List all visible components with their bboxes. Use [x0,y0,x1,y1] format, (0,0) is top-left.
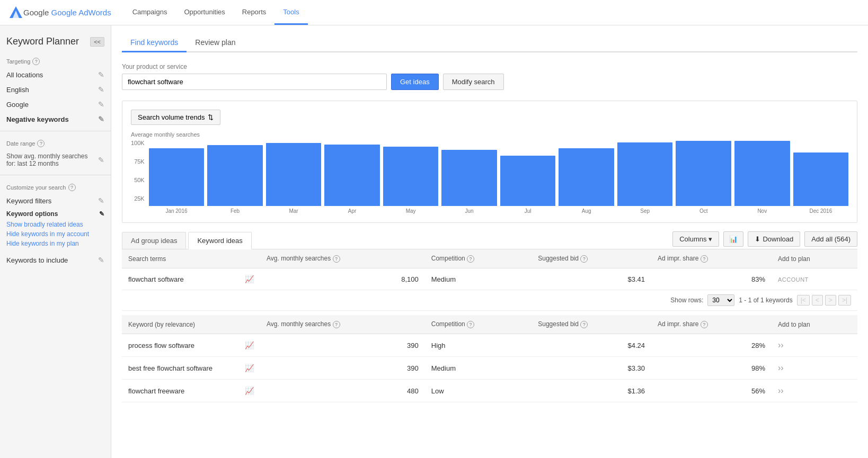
language-selector[interactable]: English ✎ [0,82,111,97]
competition-help-icon[interactable]: ? [467,255,474,263]
nav-tools[interactable]: Tools [274,0,307,25]
keyword-options-edit-icon[interactable]: ✎ [99,210,104,218]
search-term-keyword: flowchart software [122,268,238,290]
tab-review-plan[interactable]: Review plan [187,34,244,52]
dropdown-arrow-icon: ⇅ [208,113,214,121]
col-search-terms: Search terms [122,249,238,268]
get-ideas-button[interactable]: Get ideas [391,74,439,90]
col-keyword-ad-impr-share: Ad impr. share ? [651,315,772,334]
date-range-edit-icon[interactable]: ✎ [98,156,104,164]
keyword-name-1: best free flowchart software [122,357,238,380]
date-range-selector[interactable]: Show avg. monthly searches for: last 12 … [0,149,111,170]
pagination-last-button[interactable]: >| [838,295,851,306]
pagination-range: 1 - 1 of 1 keywords [739,297,792,304]
keyword-row-0: process flow software 📈 390 High $4.24 2… [122,334,857,357]
keyword-name-0: process flow software [122,334,238,357]
trend-chart-icon[interactable]: 📈 [245,275,254,283]
keyword-filters-item[interactable]: Keyword filters ✎ [0,193,111,208]
table-row: flowchart software 📈 8,100 Medium $3.41 … [122,268,857,290]
location-edit-icon[interactable]: ✎ [98,70,104,79]
keyword-ad-impr-share-help-icon[interactable]: ? [701,321,708,328]
network-edit-icon[interactable]: ✎ [98,100,104,109]
hide-keywords-plan-option[interactable]: Hide keywords in my plan [6,239,104,248]
pagination-first-button[interactable]: |< [797,295,810,306]
top-navigation: Google Google AdWords Campaigns Opportun… [0,0,868,25]
pagination-next-button[interactable]: > [825,295,836,306]
add-all-button[interactable]: Add all (564) [804,231,857,247]
trend-icon-2[interactable]: 📈 [245,387,254,395]
customize-search-section: Customize your search ? Keyword filters … [0,179,111,267]
chart-view-button[interactable]: 📊 [723,231,743,247]
keyword-competition-2: Low [425,380,532,402]
negative-keywords-selector[interactable]: Negative keywords ✎ [0,112,111,127]
keywords-to-include-item[interactable]: Keywords to include ✎ [0,253,111,267]
location-selector[interactable]: All locations ✎ [0,67,111,82]
nav-opportunities[interactable]: Opportunities [175,0,233,25]
keyword-trend-1: 📈 [238,357,260,380]
network-selector[interactable]: Google ✎ [0,97,111,112]
targeting-help-icon[interactable]: ? [32,58,40,65]
keyword-avg-searches-1: 390 [260,357,425,380]
trend-icon-1[interactable]: 📈 [245,364,254,372]
keyword-add-plan-0: ›› [772,334,857,357]
customize-help-icon[interactable]: ? [68,184,76,191]
hide-keywords-account-option[interactable]: Hide keywords in my account [6,229,104,239]
language-edit-icon[interactable]: ✎ [98,85,104,94]
col-keyword-suggested-bid: Suggested bid ? [532,315,651,334]
chart-container: Search volume trends ⇅ Average monthly s… [122,101,857,223]
keyword-avg-help-icon[interactable]: ? [333,321,340,328]
nav-campaigns[interactable]: Campaigns [124,0,176,25]
keyword-competition-0: High [425,334,532,357]
show-rows-select[interactable]: 30 50 100 [707,294,734,306]
show-broadly-related-option[interactable]: Show broadly related ideas [6,220,104,229]
pagination-nav: |< < > >| [797,295,851,306]
avg-monthly-help-icon[interactable]: ? [333,255,340,263]
search-term-ad-impr-share: 83% [651,268,772,290]
keyword-trend-0: 📈 [238,334,260,357]
keywords-to-include-edit-icon[interactable]: ✎ [98,256,104,264]
keyword-suggested-bid-help-icon[interactable]: ? [580,321,588,328]
ideas-tabs-row: Ad group ideas Keyword ideas Columns ▾ 📊… [122,231,857,249]
keyword-trend-2: 📈 [238,380,260,402]
trend-icon-0[interactable]: 📈 [245,341,254,349]
bar-jun: Jun [441,150,497,214]
search-terms-table: Search terms Avg. monthly searches ? Com… [122,249,857,290]
keyword-avg-searches-0: 390 [260,334,425,357]
main-nav: Campaigns Opportunities Reports Tools [124,0,308,25]
sidebar-collapse-button[interactable]: << [90,37,104,47]
keyword-competition-help-icon[interactable]: ? [467,321,474,328]
search-term-trend: 📈 [238,268,260,290]
keyword-competition-1: Medium [425,357,532,380]
negative-keywords-edit-icon[interactable]: ✎ [98,115,104,123]
ad-impr-share-help-icon[interactable]: ? [701,255,708,263]
tab-find-keywords[interactable]: Find keywords [122,34,187,52]
tab-keyword-ideas[interactable]: Keyword ideas [188,232,251,249]
bar-jul: Jul [500,156,556,214]
google-adwords-logo-icon [8,5,23,20]
search-volume-trends-dropdown[interactable]: Search volume trends ⇅ [131,110,220,125]
keyword-options-section: Keyword options ✎ Show broadly related i… [0,208,111,253]
keyword-filters-edit-icon[interactable]: ✎ [98,196,104,205]
col-keyword-relevance: Keyword (by relevance) [122,315,238,334]
col-keyword-competition: Competition ? [425,315,532,334]
bar-sep: Sep [617,142,673,214]
nav-reports[interactable]: Reports [234,0,275,25]
col-ad-impr-share: Ad impr. share ? [651,249,772,268]
sidebar-title: Keyword Planner [6,36,79,47]
columns-button[interactable]: Columns ▾ [672,231,719,247]
download-button[interactable]: ⬇ Download [748,231,800,247]
bar-mar: Mar [266,143,322,214]
modify-search-button[interactable]: Modify search [443,74,504,90]
targeting-label: Targeting ? [0,53,111,67]
add-to-plan-button-0[interactable]: ›› [778,340,784,350]
pagination-row: Show rows: 30 50 100 1 - 1 of 1 keywords… [122,290,857,311]
add-to-plan-button-1[interactable]: ›› [778,363,784,373]
col-avg-monthly-searches: Avg. monthly searches ? [260,249,425,268]
pagination-prev-button[interactable]: < [812,295,823,306]
tab-ad-group-ideas[interactable]: Ad group ideas [122,232,186,249]
suggested-bid-help-icon[interactable]: ? [580,255,588,263]
col-competition: Competition ? [425,249,532,268]
date-range-help-icon[interactable]: ? [37,140,45,147]
product-search-input[interactable] [122,74,387,90]
add-to-plan-button-2[interactable]: ›› [778,386,784,396]
